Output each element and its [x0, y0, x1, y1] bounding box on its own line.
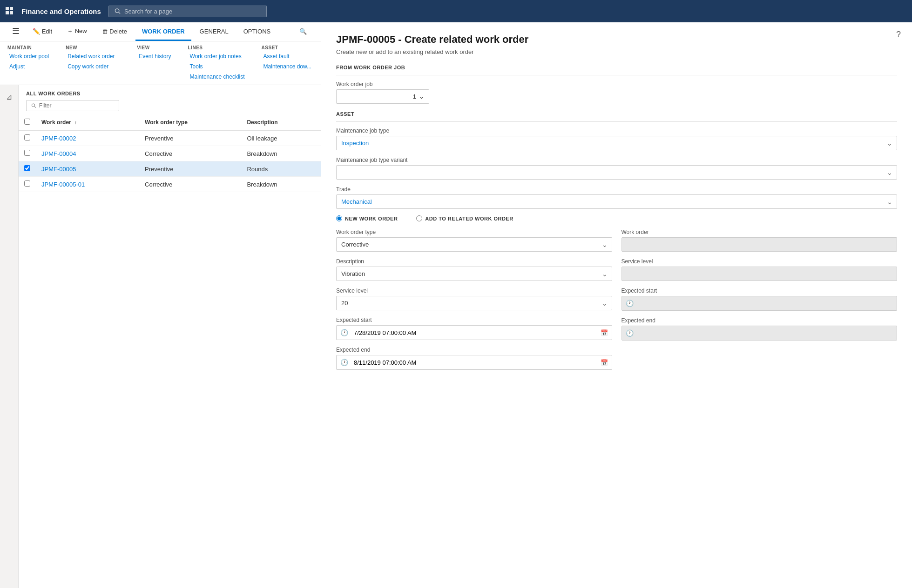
filter-input-wrapper[interactable]	[26, 100, 119, 111]
work-order-type-select[interactable]: Corrective Preventive Inspection	[336, 237, 612, 252]
expected-start-label: Expected start	[336, 317, 612, 323]
maintenance-job-type-group: Maintenance job type Inspection Correcti…	[336, 127, 897, 150]
maintenance-job-type-select[interactable]: Inspection Corrective Preventive	[336, 136, 897, 150]
edit-icon: ✏️	[33, 28, 40, 35]
work-order-pool-item[interactable]: Work order pool	[7, 52, 51, 60]
description-select[interactable]: Vibration	[336, 267, 612, 281]
row-checkbox[interactable]	[24, 165, 30, 171]
event-history-item[interactable]: Event history	[137, 52, 173, 60]
row-checkbox-cell[interactable]	[19, 161, 36, 177]
expected-end-calendar-icon[interactable]: 📅	[597, 356, 612, 369]
right-expected-end-group: Expected end 🕐	[622, 317, 898, 341]
select-all-checkbox[interactable]	[24, 119, 30, 125]
row-id-cell[interactable]: JPMF-00005	[36, 161, 139, 177]
radio-add-to-related-input[interactable]	[416, 215, 422, 221]
col-work-order[interactable]: Work order ↑	[36, 115, 139, 130]
content-area: ⊿ ALL WORK ORDERS	[0, 85, 321, 588]
row-id-cell[interactable]: JPMF-00005-01	[36, 177, 139, 192]
right-expected-start-label: Expected start	[622, 287, 898, 294]
maintenance-job-type-select-wrapper[interactable]: Inspection Corrective Preventive	[336, 136, 897, 150]
main-layout: ☰ ✏️ Edit ＋ New 🗑 Delete WORK ORDER GE	[0, 22, 912, 588]
row-type-cell: Preventive	[139, 130, 241, 146]
tools-item[interactable]: Tools	[188, 62, 247, 71]
ribbon-group-asset: ASSET Asset fault Maintenance dow...	[262, 45, 313, 81]
delete-button[interactable]: 🗑 Delete	[95, 23, 134, 41]
adjust-item[interactable]: Adjust	[7, 62, 27, 71]
select-all-header[interactable]	[19, 115, 36, 130]
trade-select-wrapper[interactable]: Mechanical Electrical	[336, 194, 897, 209]
row-id-cell[interactable]: JPMF-00002	[36, 130, 139, 146]
description-label: Description	[336, 258, 612, 265]
maintenance-checklist-item[interactable]: Maintenance checklist	[188, 73, 247, 81]
copy-work-order-item[interactable]: Copy work order	[66, 62, 110, 71]
related-work-order-item[interactable]: Related work order	[66, 52, 116, 60]
row-checkbox-cell[interactable]	[19, 130, 36, 146]
service-level-group: Service level 20 10 30	[336, 287, 612, 310]
svg-rect-2	[6, 11, 9, 14]
tab-options[interactable]: OPTIONS	[237, 23, 277, 41]
expected-start-calendar-icon[interactable]: 📅	[597, 326, 612, 340]
svg-rect-1	[10, 7, 13, 10]
service-level-select-wrapper[interactable]: 20 10 30	[336, 296, 612, 310]
maintenance-job-type-variant-select-wrapper[interactable]	[336, 165, 897, 180]
svg-line-7	[34, 107, 36, 108]
lines-group-title: LINES	[188, 45, 247, 50]
ribbon-content: MAINTAIN Work order pool Adjust NEW Rela…	[0, 41, 321, 85]
search-input[interactable]	[124, 8, 261, 15]
work-order-type-label: Work order type	[336, 229, 612, 235]
work-order-job-notes-item[interactable]: Work order job notes	[188, 52, 247, 60]
dialog-subtitle: Create new or add to an existing related…	[336, 48, 897, 55]
app-grid-icon[interactable]	[6, 7, 14, 15]
help-icon[interactable]: ?	[896, 30, 901, 40]
right-col: Work order Service level Expected start …	[622, 229, 898, 376]
hamburger-menu-button[interactable]: ☰	[7, 23, 24, 40]
new-group-title: NEW	[66, 45, 122, 50]
row-checkbox[interactable]	[24, 134, 30, 140]
row-checkbox[interactable]	[24, 180, 30, 187]
right-service-level-label: Service level	[622, 258, 898, 265]
table-row[interactable]: JPMF-00002 Preventive Oil leakage	[19, 130, 321, 146]
filter-sidebar-icon[interactable]: ⊿	[6, 93, 12, 101]
description-select-wrapper[interactable]: Vibration	[336, 267, 612, 281]
expected-end-input[interactable]	[352, 356, 597, 369]
table-row[interactable]: JPMF-00004 Corrective Breakdown	[19, 146, 321, 161]
work-order-type-select-wrapper[interactable]: Corrective Preventive Inspection	[336, 237, 612, 252]
table-row[interactable]: JPMF-00005-01 Corrective Breakdown	[19, 177, 321, 192]
two-col-form: Work order type Corrective Preventive In…	[336, 229, 897, 376]
maintenance-job-type-variant-select[interactable]	[336, 165, 897, 180]
left-col: Work order type Corrective Preventive In…	[336, 229, 612, 376]
trade-select[interactable]: Mechanical Electrical	[336, 194, 897, 209]
radio-new-work-order-input[interactable]	[336, 215, 342, 221]
row-checkbox-cell[interactable]	[19, 177, 36, 192]
maintenance-dow-item[interactable]: Maintenance dow...	[262, 62, 313, 71]
section-from-work-order: FROM WORK ORDER JOB	[336, 65, 897, 70]
global-search[interactable]	[108, 6, 267, 17]
service-level-select[interactable]: 20 10 30	[336, 296, 612, 310]
work-order-job-field[interactable]: 1 ⌄	[336, 89, 429, 104]
row-checkbox-cell[interactable]	[19, 146, 36, 161]
radio-new-work-order[interactable]: NEW WORK ORDER	[336, 215, 398, 221]
row-id-cell[interactable]: JPMF-00004	[36, 146, 139, 161]
new-button[interactable]: ＋ New	[61, 22, 94, 41]
radio-add-to-related[interactable]: ADD TO RELATED WORK ORDER	[416, 215, 513, 221]
edit-button[interactable]: ✏️ Edit	[26, 23, 59, 41]
asset-fault-item[interactable]: Asset fault	[262, 52, 313, 60]
ribbon-search-button[interactable]: 🔍	[293, 23, 313, 41]
right-expected-end-field: 🕐	[622, 326, 898, 341]
expected-end-group: Expected end 🕐 📅	[336, 347, 612, 370]
view-group-items: Event history	[137, 52, 173, 60]
tab-general[interactable]: GENERAL	[193, 23, 235, 41]
maintain-group-title: MAINTAIN	[7, 45, 51, 50]
expected-start-field[interactable]: 🕐 📅	[336, 325, 612, 340]
table-row[interactable]: JPMF-00005 Preventive Rounds	[19, 161, 321, 177]
search-icon	[115, 8, 121, 14]
filter-input[interactable]	[39, 102, 114, 109]
trade-group: Trade Mechanical Electrical	[336, 186, 897, 209]
filter-bar	[19, 100, 321, 115]
expected-end-field[interactable]: 🕐 📅	[336, 355, 612, 370]
right-expected-start-field: 🕐	[622, 296, 898, 311]
right-service-level-group: Service level	[622, 258, 898, 281]
row-checkbox[interactable]	[24, 150, 30, 156]
expected-start-input[interactable]	[352, 326, 597, 340]
tab-work-order[interactable]: WORK ORDER	[135, 23, 191, 41]
